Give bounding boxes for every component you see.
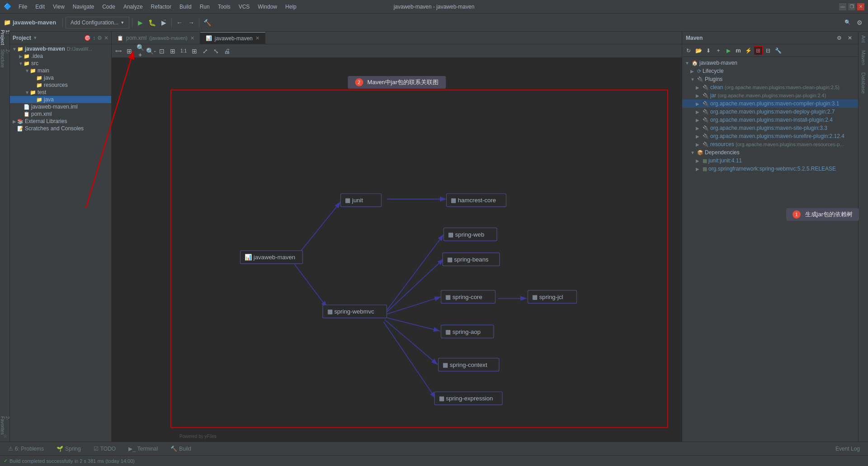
structure-sidebar-button[interactable]: Z-Structure <box>1 54 9 62</box>
diagram-tab-close-icon[interactable]: ✕ <box>255 35 259 41</box>
zoom-in-button[interactable]: 🔍+ <box>135 46 145 56</box>
maven-refresh-button[interactable]: ↻ <box>684 46 693 55</box>
tree-item-idea[interactable]: ▶ 📁 .idea <box>10 52 111 60</box>
menu-refactor[interactable]: Refactor <box>147 3 175 11</box>
tree-item-test-java[interactable]: ▶ 📁 java <box>10 96 111 103</box>
problems-tab[interactable]: ⚠ 6: Problems <box>4 444 48 454</box>
maximize-button[interactable]: ❐ <box>848 3 855 10</box>
grid-button[interactable]: ⊞ <box>189 46 199 56</box>
project-sidebar-button[interactable]: 1: Project <box>1 33 9 42</box>
tree-item-test[interactable]: ▼ 📁 test <box>10 89 111 96</box>
menu-edit[interactable]: Edit <box>32 3 48 11</box>
maven-close-button[interactable]: ✕ <box>845 33 854 43</box>
maven-plugin-compiler[interactable]: ▶ 🔌 org.apache.maven.plugins:maven-compi… <box>682 100 858 108</box>
maven-dependencies-section[interactable]: ▼ 📦 Dependencies <box>682 148 858 157</box>
maven-run-button[interactable]: ▶ <box>724 46 733 55</box>
run-button[interactable]: ▶ <box>135 18 145 28</box>
minimize-button[interactable]: — <box>839 3 846 10</box>
menu-run[interactable]: Run <box>196 3 213 11</box>
debug-button[interactable]: 🐛 <box>147 18 157 28</box>
menu-view[interactable]: View <box>49 3 68 11</box>
maven-deps-tree-button[interactable]: ⊞ <box>754 46 763 55</box>
tree-item-scratches[interactable]: ▶ 📝 Scratches and Consoles <box>10 125 111 132</box>
tree-item-main[interactable]: ▼ 📁 main <box>10 67 111 74</box>
maven-download-button[interactable]: ⬇ <box>704 46 713 55</box>
close-panel-icon[interactable]: ✕ <box>104 35 108 41</box>
back-button[interactable]: ← <box>175 18 184 28</box>
tree-item-src[interactable]: ▼ 📁 src <box>10 60 111 67</box>
maven-plus-button[interactable]: + <box>714 46 723 55</box>
tree-item-iml[interactable]: ▶ 📄 javaweb-maven.iml <box>10 103 111 110</box>
maven-dep-spring[interactable]: ▶ ▦ org.springframework:spring-webmvc:5.… <box>682 165 858 173</box>
build-project-button[interactable]: 🔨 <box>202 18 212 28</box>
tree-item-root[interactable]: ▼ 📁 javaweb-maven D:/JavaW... <box>10 45 111 52</box>
forward-button[interactable]: → <box>186 18 196 28</box>
maven-tools-button[interactable]: 🔧 <box>774 46 783 55</box>
fit-page-button[interactable]: ⊡ <box>157 46 167 56</box>
todo-tab[interactable]: ☑ TODO <box>89 444 120 454</box>
tree-item-main-java[interactable]: ▶ 📁 java <box>10 74 111 81</box>
maven-plugin-jar[interactable]: ▶ 🔌 jar (org.apache.maven.plugins:maven-… <box>682 91 858 100</box>
build-tab[interactable]: 🔨 Build <box>166 444 196 454</box>
idea-arrow-icon: ▶ <box>18 54 24 59</box>
maven-plugin-resources[interactable]: ▶ 🔌 resources (org.apache.maven.plugins:… <box>682 140 858 148</box>
maven-collapse-button[interactable]: ⊟ <box>764 46 773 55</box>
print-button[interactable]: 🖨 <box>222 46 232 56</box>
maven-dep-junit[interactable]: ▶ ▦ junit:junit:4.11 <box>682 157 858 165</box>
menu-tools[interactable]: Tools <box>214 3 234 11</box>
zoom-out-button[interactable]: 🔍- <box>146 46 156 56</box>
expand-button[interactable]: ⤡ <box>211 46 221 56</box>
maven-root-item[interactable]: ▼ 🏠 javaweb-maven <box>682 59 858 67</box>
tree-item-external-libs[interactable]: ▶ 📚 External Libraries <box>10 118 111 125</box>
tab-pom-xml[interactable]: 📋 pom.xml (javaweb-maven) ✕ <box>112 32 200 44</box>
maven-plugin-clean[interactable]: ▶ 🔌 clean (org.apache.maven.plugins:mave… <box>682 83 858 91</box>
fit-view-button[interactable]: ⤢ <box>200 46 210 56</box>
maven-lifecycle-item[interactable]: ▶ ⟳ Lifecycle <box>682 67 858 75</box>
favorites-sidebar-button[interactable]: 2-Favorites <box>1 422 9 430</box>
actual-size-button[interactable]: ⊞ <box>168 46 178 56</box>
database-tab[interactable]: Database <box>859 69 868 97</box>
add-configuration-button[interactable]: Add Configuration... ▼ <box>66 17 129 29</box>
collapse-icon[interactable]: ↕ <box>93 35 95 41</box>
maven-m-button[interactable]: m <box>734 46 743 55</box>
ant-tab[interactable]: Ant <box>859 32 868 47</box>
locate-icon[interactable]: 🎯 <box>84 35 91 41</box>
menu-help[interactable]: Help <box>282 3 300 11</box>
event-log-tab[interactable]: Event Log <box>831 444 864 454</box>
menu-file[interactable]: File <box>15 3 31 11</box>
maven-plugin-deploy[interactable]: ▶ 🔌 org.apache.maven.plugins:maven-deplo… <box>682 108 858 116</box>
menu-code[interactable]: Code <box>99 3 119 11</box>
menu-analyze[interactable]: Analyze <box>120 3 146 11</box>
menu-window[interactable]: Window <box>254 3 281 11</box>
close-button[interactable]: ✕ <box>857 3 864 10</box>
maven-plugin-surefire[interactable]: ▶ 🔌 org.apache.maven.plugins:maven-suref… <box>682 132 858 140</box>
search-everywhere-button[interactable]: 🔍 <box>843 18 853 28</box>
maven-side-tab[interactable]: Maven <box>859 47 868 69</box>
wrap-text-button[interactable]: ⟺ <box>113 46 123 56</box>
menu-build[interactable]: Build <box>176 3 195 11</box>
maven-deploy-icon: 🔌 <box>703 109 709 115</box>
maven-plugin-install[interactable]: ▶ 🔌 org.apache.maven.plugins:maven-insta… <box>682 116 858 124</box>
maven-plugins-item[interactable]: ▼ 🔌 Plugins <box>682 75 858 83</box>
zoom-field-button[interactable]: 1:1 <box>179 46 189 56</box>
settings-button[interactable]: ⚙ <box>854 18 864 28</box>
terminal-tab[interactable]: ▶_ Terminal <box>124 444 162 454</box>
show-options-button[interactable]: ⊞ <box>124 46 134 56</box>
maven-lifecycle-button[interactable]: ⚡ <box>744 46 753 55</box>
tree-item-pom[interactable]: ▶ 📋 pom.xml <box>10 110 111 118</box>
project-label: Project <box>13 35 31 41</box>
run-coverage-button[interactable]: ▶̈ <box>159 18 169 28</box>
pom-tab-close-icon[interactable]: ✕ <box>190 35 194 41</box>
maven-plugin-site[interactable]: ▶ 🔌 org.apache.maven.plugins:maven-site-… <box>682 124 858 132</box>
svg-text:▦ spring-webmvc: ▦ spring-webmvc <box>327 308 375 315</box>
header-dropdown-icon[interactable]: ▼ <box>33 35 38 40</box>
menu-vcs[interactable]: VCS <box>235 3 254 11</box>
settings-icon[interactable]: ⚙ <box>97 35 102 41</box>
maven-add-button[interactable]: 📂 <box>694 46 703 55</box>
tree-item-resources[interactable]: ▶ 📁 resources <box>10 81 111 89</box>
star-icon[interactable]: ☆ <box>1 432 9 440</box>
spring-tab[interactable]: 🌱 Spring <box>52 444 85 454</box>
tab-diagram[interactable]: 📊 javaweb-maven ✕ <box>200 32 265 44</box>
maven-settings-button[interactable]: ⚙ <box>835 33 844 43</box>
menu-navigate[interactable]: Navigate <box>69 3 98 11</box>
